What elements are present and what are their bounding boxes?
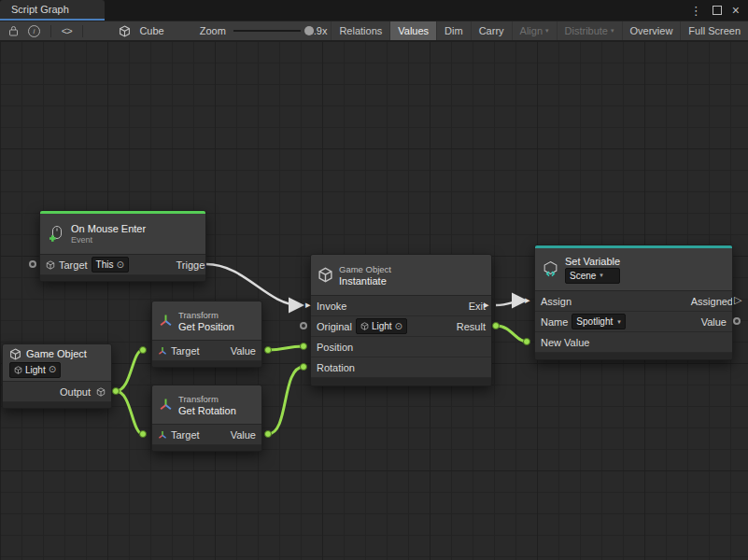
chip-text: Light — [372, 321, 392, 331]
assigned-port-label: Assigned — [691, 296, 732, 307]
game-object-icon — [9, 348, 21, 360]
graph-owner-name: Cube — [135, 25, 167, 36]
original-value-chip[interactable]: Light ⊙ — [356, 318, 407, 334]
port-invoke-input[interactable]: ▸ — [305, 300, 311, 310]
value-port-label: Value — [231, 345, 256, 357]
dim-button[interactable]: Dim — [436, 21, 471, 40]
node-title: Instantiate — [339, 275, 391, 287]
node-title: Game Object — [26, 348, 87, 359]
node-get-position[interactable]: Transform Get Position Target Value — [151, 301, 262, 368]
output-port-label: Output — [60, 386, 91, 398]
node-on-mouse-enter[interactable]: On Mouse Enter Event Target This ⊙ Trigg… — [39, 210, 206, 282]
mouse-event-icon — [47, 225, 65, 244]
target-port-label: Target — [59, 259, 88, 271]
port-getposition-target-input[interactable] — [139, 346, 147, 354]
position-port-label: Position — [317, 342, 353, 353]
target-value-chip[interactable]: This ⊙ — [92, 257, 129, 273]
window-controls: ⋮ × — [690, 0, 748, 21]
chevron-down-icon: ▾ — [600, 272, 603, 279]
variable-icon — [542, 260, 559, 278]
code-view-icon[interactable]: <> — [57, 25, 77, 36]
values-button[interactable]: Values — [389, 21, 436, 40]
transform-icon — [159, 398, 173, 412]
port-position-input[interactable] — [300, 343, 307, 350]
variable-name-chip[interactable]: Spotlight ▾ — [572, 314, 625, 329]
target-port-label: Target — [171, 345, 200, 357]
value-port-label: Value — [701, 316, 727, 328]
zoom-slider-handle[interactable] — [304, 26, 314, 35]
port-original-input[interactable] — [300, 322, 307, 329]
assign-port-label: Assign — [541, 296, 572, 307]
node-footer — [311, 378, 491, 385]
game-object-icon — [96, 387, 106, 397]
port-row: Invoke Exit — [311, 296, 491, 316]
port-row: Rotation — [311, 357, 491, 378]
port-value-output[interactable] — [733, 317, 741, 325]
carry-button[interactable]: Carry — [471, 21, 512, 40]
result-port-label: Result — [457, 321, 486, 332]
node-footer — [152, 361, 261, 367]
node-subtitle: Event — [71, 235, 146, 245]
maximize-icon[interactable] — [713, 6, 722, 15]
transform-icon — [158, 430, 167, 440]
more-menu-icon[interactable]: ⋮ — [690, 5, 702, 17]
node-title: Get Rotation — [178, 405, 236, 416]
distribute-button[interactable]: Distribute▾ — [557, 21, 622, 40]
toolbar-separator — [50, 25, 51, 37]
port-row: New Value — [535, 332, 732, 353]
lock-icon[interactable] — [4, 25, 23, 36]
tab-script-graph[interactable]: Script Graph — [0, 0, 105, 21]
node-header: Set Variable Scene ▾ — [535, 248, 732, 291]
node-game-object[interactable]: Game Object Light ⊙ Output — [2, 343, 112, 409]
name-port-label: Name — [541, 316, 568, 328]
port-row: Output — [3, 382, 111, 402]
node-instantiate[interactable]: Game Object Instantiate Invoke Exit Orig… — [310, 254, 492, 386]
port-rotation-input[interactable] — [300, 363, 307, 371]
chip-text: Light — [25, 365, 46, 375]
toolbar-buttons: Relations Values Dim Carry Align▾ Distri… — [331, 21, 748, 40]
chevron-down-icon: ▾ — [545, 27, 549, 35]
script-graph-window: Script Graph ⋮ × i <> Cube Zoom 0.9x Rel… — [0, 0, 748, 560]
node-footer — [3, 402, 111, 408]
port-gameobject-output[interactable] — [112, 387, 120, 395]
node-set-variable[interactable]: Set Variable Scene ▾ Assign Assigned Nam… — [534, 245, 733, 360]
port-newvalue-input[interactable] — [523, 338, 530, 345]
info-icon[interactable]: i — [23, 25, 45, 37]
port-getrotation-target-input[interactable] — [139, 430, 147, 438]
node-title: On Mouse Enter — [71, 223, 146, 234]
overview-button[interactable]: Overview — [622, 21, 681, 40]
scope-chip[interactable]: Scene ▾ — [565, 268, 620, 284]
port-assigned-output[interactable]: ▷ — [734, 295, 741, 305]
zoom-label: Zoom — [196, 25, 230, 36]
object-picker-icon[interactable]: ⊙ — [395, 322, 402, 331]
node-header: Game Object Instantiate — [311, 255, 491, 296]
transform-icon — [158, 346, 167, 356]
chip-text: Spotlight — [576, 316, 613, 327]
object-value-chip[interactable]: Light ⊙ — [9, 362, 61, 378]
toolbar-separator — [82, 25, 83, 37]
port-result-output[interactable] — [492, 322, 500, 329]
close-icon[interactable]: × — [732, 4, 740, 17]
align-button[interactable]: Align▾ — [512, 21, 557, 40]
fullscreen-button[interactable]: Full Screen — [680, 21, 748, 40]
value-port-label: Value — [231, 429, 256, 441]
graph-toolbar: i <> Cube Zoom 0.9x Relations Values Dim… — [0, 21, 748, 41]
port-row: Original Light ⊙ Result — [311, 316, 491, 337]
zoom-slider[interactable] — [233, 24, 301, 37]
relations-button[interactable]: Relations — [331, 21, 389, 40]
object-picker-icon[interactable]: ⊙ — [116, 260, 123, 270]
node-header: Transform Get Position — [152, 301, 261, 341]
rotation-port-label: Rotation — [317, 362, 355, 373]
node-get-rotation[interactable]: Transform Get Rotation Target Value — [151, 385, 262, 452]
port-getposition-value-output[interactable] — [264, 346, 272, 354]
port-assign-input[interactable]: ▸ — [525, 295, 530, 305]
port-mouse-target-input[interactable] — [29, 260, 36, 268]
port-exit-output[interactable]: ▸ — [484, 300, 489, 310]
node-category: Game Object — [339, 264, 391, 274]
node-category: Transform — [178, 310, 234, 320]
game-object-icon — [360, 322, 369, 330]
zoom-slider-track — [233, 30, 301, 32]
port-row: Assign Assigned — [535, 291, 732, 312]
object-picker-icon[interactable]: ⊙ — [49, 365, 56, 374]
port-getrotation-value-output[interactable] — [264, 430, 272, 438]
